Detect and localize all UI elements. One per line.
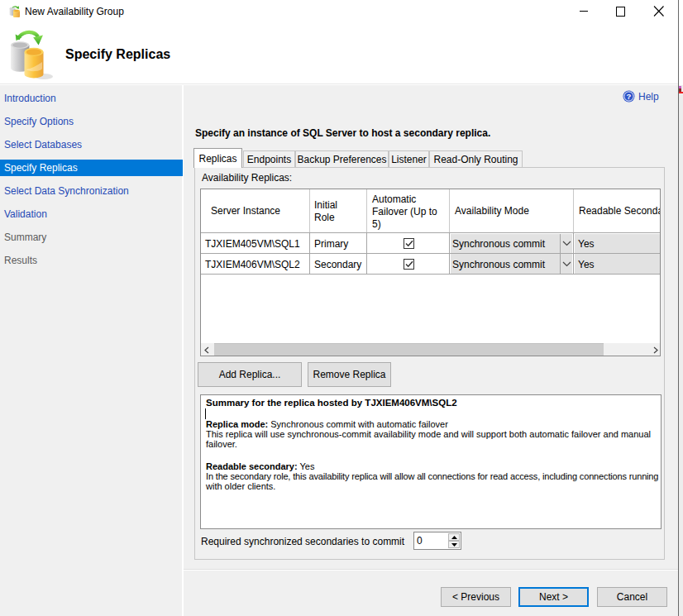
svg-text:?: ? xyxy=(627,92,632,101)
